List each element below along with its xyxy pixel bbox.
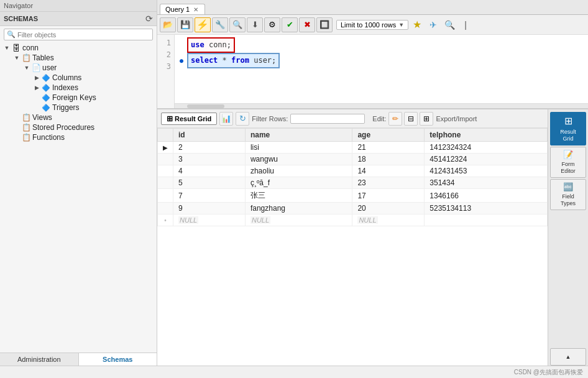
kw-from: from bbox=[231, 56, 249, 65]
columns-icon: 🔷 bbox=[41, 73, 51, 82]
cell-age: 23 bbox=[352, 177, 425, 189]
limit-label: Limit to 1000 rows bbox=[341, 21, 396, 29]
tree-item-functions[interactable]: 📋 Functions bbox=[0, 132, 157, 142]
edit-grid-icon[interactable]: ⊞ bbox=[420, 112, 433, 126]
execute-button[interactable]: ⚡ bbox=[195, 17, 211, 32]
tree-item-conn[interactable]: ▼ 🗄 conn bbox=[0, 43, 157, 53]
tree-item-triggers[interactable]: 🔷 Triggers bbox=[0, 103, 157, 113]
cell-id: NULL bbox=[173, 214, 246, 226]
col-name[interactable]: name bbox=[245, 129, 352, 142]
query-tab-1[interactable]: Query 1 ✕ bbox=[160, 4, 205, 14]
row-indicator: • bbox=[158, 214, 173, 226]
chart-icon[interactable]: 📊 bbox=[219, 112, 233, 126]
table-text: user; bbox=[254, 56, 276, 65]
tree-item-columns[interactable]: ▶ 🔷 Columns bbox=[0, 73, 157, 83]
search-icon: 🔍 bbox=[7, 30, 16, 39]
admin-tab[interactable]: Administration bbox=[0, 353, 79, 366]
commit-button[interactable]: ✔ bbox=[282, 17, 298, 32]
filter-input[interactable] bbox=[17, 31, 150, 39]
table-row: 3 wangwu 18 451412324 bbox=[158, 154, 548, 165]
table-icon: 📄 bbox=[31, 63, 41, 72]
tree-item-indexes[interactable]: ▶ 🔷 Indexes bbox=[0, 83, 157, 93]
cell-name: NULL bbox=[245, 214, 352, 226]
form-editor-btn[interactable]: 📝 FormEditor bbox=[550, 147, 586, 178]
cell-age: 21 bbox=[352, 142, 425, 154]
table-row: • NULL NULL NULL bbox=[158, 214, 548, 226]
export-import-label[interactable]: Export/Import bbox=[436, 115, 477, 122]
tab-close-icon[interactable]: ✕ bbox=[193, 6, 198, 13]
columns-label: Columns bbox=[52, 73, 81, 82]
kw-select: select bbox=[191, 56, 218, 65]
query-tab-label: Query 1 bbox=[165, 6, 190, 13]
open-file-button[interactable]: 📂 bbox=[160, 17, 176, 32]
limit-dropdown-arrow: ▼ bbox=[398, 22, 404, 28]
result-area: ⊞ Result Grid 📊 ↻ Filter Rows: Edit: ✏ ⊟… bbox=[157, 109, 588, 366]
form-editor-label: FormEditor bbox=[561, 161, 576, 175]
field-types-btn[interactable]: 🔤 FieldTypes bbox=[550, 179, 586, 210]
navigator-header: Navigator bbox=[0, 0, 157, 12]
result-table-container[interactable]: id name age telphone ▶ 2 lisi 21 1412324… bbox=[157, 128, 548, 366]
collapse-arrow: ▼ bbox=[2, 44, 11, 52]
table-header-row: id name age telphone bbox=[158, 129, 548, 142]
triggers-icon: 🔷 bbox=[41, 103, 51, 112]
tree-item-stored-procedures[interactable]: 📋 Stored Procedures bbox=[0, 122, 157, 132]
tree-container: ▼ 🗄 conn ▼ 📋 Tables ▼ 📄 user bbox=[0, 43, 157, 353]
refresh-icon[interactable]: ⟳ bbox=[145, 14, 153, 24]
inspect-button[interactable]: 🔲 bbox=[316, 17, 333, 32]
cell-age: 20 bbox=[352, 203, 425, 214]
stop-button[interactable]: ⬇ bbox=[247, 17, 263, 32]
result-toolbar: ⊞ Result Grid 📊 ↻ Filter Rows: Edit: ✏ ⊟… bbox=[157, 109, 548, 128]
tree-item-fk[interactable]: 🔷 Foreign Keys bbox=[0, 93, 157, 103]
filter-box[interactable]: 🔍 bbox=[4, 29, 153, 40]
result-table: id name age telphone ▶ 2 lisi 21 1412324… bbox=[157, 128, 548, 226]
fn-label: Functions bbox=[32, 133, 65, 142]
format-button[interactable]: 🔧 bbox=[212, 17, 228, 32]
save-button[interactable]: 💾 bbox=[177, 17, 193, 32]
database-icon: 🗄 bbox=[11, 44, 21, 52]
row-indicator bbox=[158, 165, 173, 177]
kw-use: use bbox=[191, 40, 204, 49]
col-age[interactable]: age bbox=[352, 129, 425, 142]
explain-button[interactable]: ⚙ bbox=[264, 17, 280, 32]
tables-icon: 📋 bbox=[21, 53, 31, 62]
tree-item-tables[interactable]: ▼ 📋 Tables bbox=[0, 53, 157, 63]
refresh-result-icon[interactable]: ↻ bbox=[236, 112, 249, 126]
cell-telphone: 5235134113 bbox=[425, 203, 548, 214]
code-editor[interactable]: 1 2 3 use conn; ● bbox=[157, 35, 588, 109]
cell-name: ç¸ºā_f bbox=[245, 177, 352, 189]
search-button[interactable]: 🔍 bbox=[229, 17, 246, 32]
tree-item-user[interactable]: ▼ 📄 user bbox=[0, 63, 157, 73]
fk-label: Foreign Keys bbox=[52, 93, 96, 102]
tables-arrow: ▼ bbox=[12, 53, 21, 62]
limit-control[interactable]: Limit to 1000 rows ▼ bbox=[336, 20, 408, 30]
line-numbers: 1 2 3 bbox=[157, 35, 175, 108]
result-grid-tab[interactable]: ⊞ Result Grid bbox=[161, 113, 217, 125]
magnify-button[interactable]: 🔍 bbox=[442, 17, 457, 32]
conn-label: conn bbox=[22, 44, 39, 52]
col-id[interactable]: id bbox=[173, 129, 246, 142]
scroll-up-btn[interactable]: ▲ bbox=[550, 348, 586, 366]
filter-rows-input[interactable] bbox=[290, 114, 365, 124]
rollback-button[interactable]: ✖ bbox=[299, 17, 315, 32]
schemas-tab[interactable]: Schemas bbox=[79, 353, 157, 366]
views-label: Views bbox=[32, 113, 52, 122]
cell-age: 14 bbox=[352, 165, 425, 177]
row-indicator: ▶ bbox=[158, 142, 173, 154]
cell-telphone: 412431453 bbox=[425, 165, 548, 177]
grid-icon: ⊞ bbox=[167, 114, 173, 123]
cell-name: zhaoliu bbox=[245, 165, 352, 177]
bookmark-button[interactable]: ★ bbox=[410, 17, 425, 32]
more-button[interactable]: | bbox=[458, 17, 473, 32]
col-telphone[interactable]: telphone bbox=[425, 129, 548, 142]
fn-icon: 📋 bbox=[21, 133, 31, 142]
code-line-1: use conn; bbox=[180, 37, 583, 53]
code-content[interactable]: use conn; ● select * from user; bbox=[175, 35, 588, 108]
send-button[interactable]: ✈ bbox=[426, 17, 441, 32]
cell-name: wangwu bbox=[245, 154, 352, 165]
table-row: 9 fangzhang 20 5235134113 bbox=[158, 203, 548, 214]
tree-item-views[interactable]: 📋 Views bbox=[0, 113, 157, 122]
result-grid-sidebar-btn[interactable]: ⊞ ResultGrid bbox=[550, 112, 586, 145]
edit-table-icon[interactable]: ⊟ bbox=[404, 112, 418, 126]
table-row: ▶ 2 lisi 21 1412324324 bbox=[158, 142, 548, 154]
edit-pencil-icon[interactable]: ✏ bbox=[388, 112, 402, 126]
